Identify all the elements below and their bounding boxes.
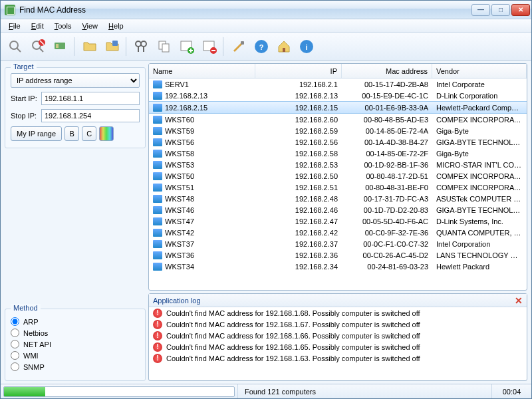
help-button[interactable]: ? xyxy=(251,36,272,57)
menu-file[interactable]: File xyxy=(3,21,26,31)
stop-ip-input[interactable] xyxy=(41,109,140,122)
class-b-button[interactable]: B xyxy=(65,126,79,141)
svg-line-3 xyxy=(39,48,43,52)
cell-name: WKST47 xyxy=(149,217,255,225)
table-row[interactable]: WKST58192.168.2.5800-14-85-0E-72-2FGiga-… xyxy=(149,148,527,159)
method-option-net-api[interactable]: NET API xyxy=(11,340,140,348)
start-ip-input[interactable] xyxy=(41,92,140,105)
cell-vendor: D-Link Systems, Inc. xyxy=(432,217,527,225)
col-ip[interactable]: IP xyxy=(255,64,342,78)
computer-icon xyxy=(153,161,162,169)
table-row[interactable]: WKST59192.168.2.5900-14-85-0E-72-4AGiga-… xyxy=(149,125,527,136)
method-group: Method ARPNetbiosNET APIWMISNMP xyxy=(5,309,146,381)
menu-tools[interactable]: Tools xyxy=(49,21,77,31)
col-vendor[interactable]: Vendor xyxy=(432,64,527,78)
find-button[interactable] xyxy=(131,36,152,57)
col-mac[interactable]: Mac address xyxy=(342,64,432,78)
color-button[interactable] xyxy=(99,126,114,141)
error-icon: ! xyxy=(153,331,162,340)
cell-vendor: GIGA-BYTE TECHNOLOGY CO xyxy=(432,138,527,146)
remove-row-button[interactable] xyxy=(199,36,220,57)
cell-vendor: Hewlett Packard xyxy=(432,263,527,271)
table-row[interactable]: WKST37192.168.2.3700-0C-F1-C0-C7-32Intel… xyxy=(149,238,527,249)
computer-icon xyxy=(153,195,162,203)
maximize-button[interactable]: □ xyxy=(491,4,510,16)
computer-icon xyxy=(153,217,162,225)
table-row[interactable]: WKST51192.168.2.5100-80-48-31-BE-F0COMPE… xyxy=(149,182,527,193)
log-close-icon[interactable]: ✕ xyxy=(515,295,523,306)
my-ip-range-button[interactable]: My IP range xyxy=(11,126,62,141)
method-label: NET API xyxy=(23,340,51,348)
method-radio[interactable] xyxy=(11,317,19,326)
add-row-button[interactable] xyxy=(176,36,198,57)
cell-name: WKST60 xyxy=(149,116,255,124)
settings-button[interactable] xyxy=(228,36,249,57)
cell-vendor: COMPEX INCORPORATED xyxy=(432,172,527,180)
menu-view[interactable]: View xyxy=(76,21,103,31)
cell-ip: 192.168.2.58 xyxy=(255,150,342,158)
results-table: Name IP Mac address Vendor SERV1192.168.… xyxy=(148,63,527,291)
close-button[interactable]: ✕ xyxy=(511,4,530,16)
save-button[interactable] xyxy=(102,36,123,57)
table-row[interactable]: WKST56192.168.2.5600-1A-4D-38-B4-27GIGA-… xyxy=(149,136,527,148)
home-button[interactable] xyxy=(273,36,295,57)
app-icon xyxy=(5,5,15,15)
table-body[interactable]: SERV1192.168.2.100-15-17-4D-2B-A8Intel C… xyxy=(149,78,527,290)
table-row[interactable]: WKST42192.168.2.4200-C0-9F-32-7E-36QUANT… xyxy=(149,227,527,238)
table-row[interactable]: WKST47192.168.2.4700-05-5D-4D-F6-ACD-Lin… xyxy=(149,215,527,227)
col-name[interactable]: Name xyxy=(149,64,255,78)
cell-ip: 192.168.2.48 xyxy=(255,195,342,203)
table-row[interactable]: WKST53192.168.2.5300-1D-92-BB-1F-36MICRO… xyxy=(149,159,527,170)
cell-ip: 192.168.2.59 xyxy=(255,127,342,135)
cell-ip: 192.168.2.36 xyxy=(255,251,342,259)
menu-help[interactable]: Help xyxy=(103,21,129,31)
left-pane: Target IP address range Start IP: Stop I… xyxy=(1,61,146,384)
table-row[interactable]: WKST46192.168.2.4600-1D-7D-D2-20-83GIGA-… xyxy=(149,204,527,215)
class-c-button[interactable]: C xyxy=(82,126,96,141)
status-time: 00:04 xyxy=(491,384,531,398)
method-radio[interactable] xyxy=(11,329,19,337)
table-row[interactable]: WKST48192.168.2.4800-17-31-7D-FC-A3ASUST… xyxy=(149,193,527,204)
table-row[interactable]: WKST34192.168.2.3400-24-81-69-03-23Hewle… xyxy=(149,261,527,272)
cell-ip: 192.168.2.56 xyxy=(255,138,342,146)
method-option-snmp[interactable]: SNMP xyxy=(11,362,140,371)
table-row[interactable]: 192.168.2.15192.168.2.1500-01-E6-9B-33-9… xyxy=(149,101,527,114)
error-icon: ! xyxy=(153,309,162,318)
cell-name: WKST46 xyxy=(149,206,255,214)
about-button[interactable]: i xyxy=(296,36,317,57)
nic-button[interactable] xyxy=(50,36,71,57)
target-mode-select[interactable]: IP address range xyxy=(11,73,140,88)
stop-scan-button[interactable] xyxy=(27,36,49,57)
cell-mac: 00-15-17-4D-2B-A8 xyxy=(342,80,432,88)
cell-mac: 00-80-48-31-BE-F0 xyxy=(342,184,432,192)
cell-ip: 192.168.2.50 xyxy=(255,172,342,180)
method-option-netbios[interactable]: Netbios xyxy=(11,329,140,337)
table-row[interactable]: WKST36192.168.2.3600-C0-26-AC-45-D2LANS … xyxy=(149,249,527,261)
method-radio[interactable] xyxy=(11,362,19,371)
cell-name: WKST53 xyxy=(149,161,255,169)
scan-button[interactable] xyxy=(5,36,26,57)
table-header: Name IP Mac address Vendor xyxy=(149,64,527,78)
log-entry: !Couldn't find MAC address for 192.168.1… xyxy=(149,341,527,352)
method-label: Netbios xyxy=(23,329,48,337)
method-radio[interactable] xyxy=(11,340,19,348)
table-row[interactable]: WKST50192.168.2.5000-80-48-17-2D-51COMPE… xyxy=(149,170,527,182)
table-row[interactable]: 192.168.2.13192.168.2.1300-15-E9-DE-4C-1… xyxy=(149,90,527,101)
table-row[interactable]: WKST60192.168.2.6000-80-48-B5-AD-E3COMPE… xyxy=(149,114,527,125)
error-icon: ! xyxy=(153,342,162,352)
computer-icon xyxy=(153,240,162,248)
cell-vendor: COMPEX INCORPORATED xyxy=(432,184,527,192)
menu-edit[interactable]: Edit xyxy=(26,21,49,31)
method-option-wmi[interactable]: WMI xyxy=(11,351,140,360)
titlebar[interactable]: Find MAC Address — □ ✕ xyxy=(1,1,531,19)
copy-button[interactable] xyxy=(154,36,175,57)
open-button[interactable] xyxy=(79,36,100,57)
method-label: SNMP xyxy=(23,363,45,371)
cell-ip: 192.168.2.13 xyxy=(255,92,342,100)
minimize-button[interactable]: — xyxy=(471,4,490,16)
table-row[interactable]: SERV1192.168.2.100-15-17-4D-2B-A8Intel C… xyxy=(149,78,527,90)
method-radio[interactable] xyxy=(11,351,19,360)
log-body[interactable]: !Couldn't find MAC address for 192.168.1… xyxy=(149,307,527,380)
right-pane: Name IP Mac address Vendor SERV1192.168.… xyxy=(146,61,531,384)
method-option-arp[interactable]: ARP xyxy=(11,317,140,326)
